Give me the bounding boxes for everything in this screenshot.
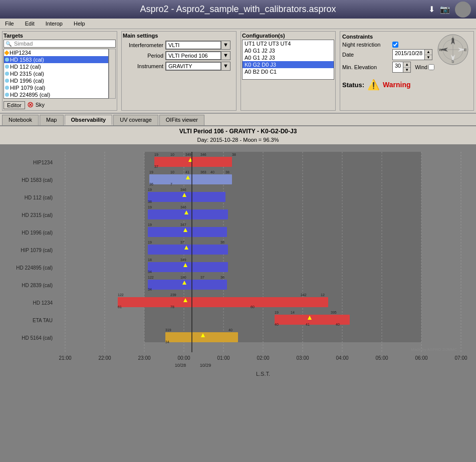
svg-text:03:00: 03:00 — [296, 355, 309, 361]
interferometer-select[interactable]: VLTI ▼ — [165, 41, 230, 50]
svg-text:ETA TAU: ETA TAU — [33, 318, 53, 323]
tab-notebook[interactable]: Notebook — [2, 115, 39, 125]
min-elevation-label: Min. Elevation — [342, 64, 392, 70]
list-item[interactable]: HD 1996 (cal) — [4, 77, 108, 84]
svg-text:37: 37 — [180, 241, 184, 244]
svg-text:347: 347 — [180, 223, 186, 226]
period-select[interactable]: VLTI Period 106 ▼ — [165, 51, 230, 60]
svg-text:36: 36 — [220, 276, 224, 279]
editor-button[interactable]: Editor — [4, 101, 25, 109]
menu-edit[interactable]: Edit — [22, 20, 38, 28]
elevation-spinners[interactable]: ▲ ▼ — [403, 62, 410, 72]
list-item[interactable]: HIP 1079 (cal) — [4, 84, 108, 91]
period-row: Period VLTI Period 106 ▼ — [123, 51, 235, 60]
config-item[interactable]: A0 B2 D0 C1 — [243, 68, 334, 75]
svg-text:HD 2315 (cal): HD 2315 (cal) — [22, 212, 53, 218]
svg-text:19: 19 — [148, 205, 152, 209]
list-item[interactable]: HD 224895 (cal) — [4, 91, 108, 98]
svg-text:W: W — [439, 48, 443, 52]
date-spinners[interactable]: ▲ ▼ — [424, 50, 432, 60]
svg-text:23:00: 23:00 — [138, 355, 150, 361]
tab-uv-coverage[interactable]: UV coverage — [113, 115, 158, 125]
svg-text:19: 19 — [275, 311, 279, 314]
targets-list: HIP1234 HD 1583 (cal) HD 112 (cal) HD 23… — [4, 49, 109, 99]
date-up[interactable]: ▲ — [425, 50, 432, 55]
svg-text:19: 19 — [149, 170, 153, 174]
targets-scrollbar[interactable] — [109, 49, 116, 99]
svg-text:38: 38 — [225, 170, 229, 174]
list-item[interactable]: HD 112 (cal) — [4, 63, 108, 70]
svg-text:36: 36 — [149, 182, 153, 186]
tab-observability[interactable]: Observability — [65, 115, 113, 125]
chart-svg: HIP1234 HD 1583 (cal) HD 112 (cal) HD 23… — [0, 144, 476, 382]
svg-text:40: 40 — [336, 323, 340, 326]
night-restriction-checkbox[interactable] — [392, 42, 398, 48]
remove-icon[interactable]: ⊗ — [27, 100, 34, 109]
instrument-select[interactable]: GRAVITY ▼ — [165, 62, 230, 71]
list-item[interactable]: HD 2315 (cal) — [4, 70, 108, 77]
config-item[interactable]: A0 G1 J2 J3 — [243, 47, 334, 54]
targets-actions: Editor ⊗ Sky — [4, 100, 116, 109]
search-icon: 🔍 — [4, 41, 13, 47]
svg-text:349: 349 — [180, 258, 186, 262]
elevation-down[interactable]: ▼ — [403, 68, 410, 73]
svg-text:34: 34 — [165, 340, 169, 344]
config-list: UT1 UT2 UT3 UT4 A0 G1 J2 J3 A0 G1 J2 J3 … — [242, 40, 334, 80]
svg-text:14: 14 — [291, 311, 295, 314]
svg-text:346: 346 — [180, 188, 186, 191]
tab-oifits-viewer[interactable]: OIFits viewer — [159, 115, 204, 125]
svg-text:18: 18 — [148, 258, 152, 262]
svg-text:239: 239 — [170, 293, 176, 297]
min-elevation-input[interactable]: 30 ▲ ▼ — [392, 62, 411, 73]
list-item[interactable]: HIP1234 — [4, 49, 108, 56]
config-item[interactable]: A0 G1 J2 J3 — [243, 54, 334, 61]
svg-text:41: 41 — [306, 323, 310, 326]
config-panel: Configuration(s) UT1 UT2 UT3 UT4 A0 G1 J… — [241, 31, 336, 111]
min-elevation-value: 30 — [393, 62, 403, 72]
svg-text:00:00: 00:00 — [177, 355, 190, 361]
screenshot-icon[interactable]: 📷 — [440, 5, 450, 14]
period-dropdown-arrow[interactable]: ▼ — [221, 52, 230, 60]
list-item[interactable]: HD 1583 (cal) — [4, 56, 108, 63]
interferometer-row: Interferometer VLTI ▼ — [123, 41, 235, 50]
date-label: Date — [342, 52, 392, 58]
svg-text:349: 349 — [185, 153, 191, 156]
svg-text:180: 180 — [180, 276, 186, 279]
svg-text:Made by ASPRO 2/JMMC: Made by ASPRO 2/JMMC — [411, 347, 457, 352]
menu-help[interactable]: Help — [71, 20, 88, 28]
svg-text:S: S — [451, 59, 454, 64]
menu-file[interactable]: File — [2, 20, 17, 28]
svg-text:12: 12 — [321, 293, 325, 297]
sky-button[interactable]: Sky — [36, 102, 45, 108]
wind-checkbox[interactable] — [428, 64, 434, 70]
svg-text:19: 19 — [154, 153, 158, 156]
elevation-up[interactable]: ▲ — [403, 62, 410, 68]
status-area: Status: ⚠️ Warning — [342, 79, 471, 91]
svg-text:HD 1234: HD 1234 — [33, 300, 53, 306]
date-down[interactable]: ▼ — [425, 55, 432, 60]
chart-title: VLTI Period 106 - GRAVITY - K0-G2-D0-J3 — [0, 126, 476, 136]
menu-interop[interactable]: Interop — [43, 20, 66, 28]
search-input[interactable] — [13, 40, 115, 47]
targets-title: Targets — [4, 33, 116, 39]
svg-text:346: 346 — [180, 205, 186, 209]
config-item[interactable]: K0 G2 D0 J3 — [243, 61, 334, 68]
tab-map[interactable]: Map — [40, 115, 63, 125]
date-input[interactable]: 2015/10/28 ▲ ▼ — [392, 49, 432, 60]
svg-text:395: 395 — [331, 311, 337, 314]
instrument-dropdown-arrow[interactable]: ▼ — [221, 62, 230, 70]
svg-text:41: 41 — [185, 170, 189, 174]
svg-text:HD 5164 (cal): HD 5164 (cal) — [22, 335, 53, 341]
main-settings-panel: Main settings Interferometer VLTI ▼ Peri… — [121, 31, 236, 111]
targets-panel: Targets 🔍 HIP1234 HD 1583 (cal) HD 112 (… — [2, 31, 117, 111]
svg-rect-77 — [148, 280, 227, 290]
main-settings-title: Main settings — [123, 33, 235, 39]
svg-text:L.S.T.: L.S.T. — [256, 371, 270, 377]
config-item[interactable]: UT1 UT2 UT3 UT4 — [243, 40, 334, 47]
chart-container: HIP1234 HD 1583 (cal) HD 112 (cal) HD 23… — [0, 144, 476, 462]
minimize-icon[interactable]: ⬇ — [428, 5, 435, 14]
svg-text:10: 10 — [170, 170, 174, 174]
targets-search-box[interactable]: 🔍 — [4, 40, 116, 48]
svg-text:02:00: 02:00 — [257, 355, 269, 361]
interferometer-dropdown-arrow[interactable]: ▼ — [221, 41, 230, 49]
